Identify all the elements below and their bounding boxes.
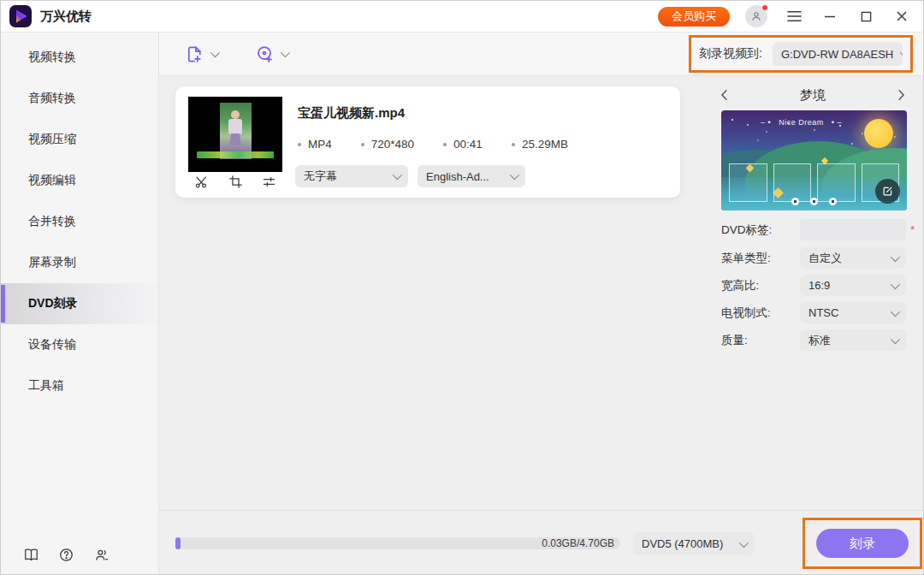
menu-type-label: 菜单类型: [721,251,800,266]
sidebar-item-label: 设备传输 [28,337,76,353]
disc-usage-text: 0.03GB/4.70GB [542,537,614,549]
close-icon[interactable] [892,7,911,26]
template-prev-icon[interactable] [717,87,732,103]
menu-type-select[interactable]: 自定义 [800,247,906,269]
chevron-down-icon [210,48,220,57]
toolbar: 刻录视频到: G:DVD-RW DA8AESH [159,33,923,76]
add-disc-button[interactable] [255,44,287,64]
add-file-button[interactable] [185,44,217,64]
membership-buy-button[interactable]: 会员购买 [658,7,730,27]
sidebar: 视频转换 音频转换 视频压缩 视频编辑 合并转换 屏幕录制 DVD刻录 设备传输… [1,33,159,575]
crop-icon[interactable] [228,175,243,189]
subtitle-select[interactable]: 无字幕 [295,165,408,187]
sidebar-item-audio-convert[interactable]: 音频转换 [1,78,158,119]
video-meta: MP4 720*480 00:41 25.29MB [298,138,568,151]
aspect-ratio-label: 宽高比: [721,278,800,293]
edit-template-button[interactable] [875,179,900,204]
title-deco: • – [832,118,842,127]
dvd-label-input[interactable] [800,219,906,240]
chapter-frames [729,163,899,202]
disc-usage-fill [175,537,181,549]
chevron-down-icon [891,306,900,316]
footer-bar: 0.03GB/4.70GB DVD5 (4700MB) 刻录 [159,510,923,575]
template-preview-title: Nice Dream [779,118,824,127]
quality-select[interactable]: 标准 [800,329,906,351]
video-filename: 宝蛋儿视频新.mp4 [298,105,405,122]
aspect-ratio-value: 16:9 [808,279,830,292]
template-title-row: – • Nice Dream • – [721,118,881,127]
burn-drive-value: G:DVD-RW DA8AESH [781,48,893,61]
sidebar-item-video-convert[interactable]: 视频转换 [1,37,158,78]
menu-icon[interactable] [785,7,803,26]
sidebar-footer [23,547,110,563]
sidebar-item-label: 音频转换 [28,91,76,106]
chapter-frame[interactable] [729,163,767,202]
chevron-down-icon [510,170,519,180]
disc-type-select[interactable]: DVD5 (4700MB) [633,532,755,555]
titlebar: 万兴优转 会员购买 [1,1,923,33]
sidebar-item-device-transfer[interactable]: 设备传输 [1,324,158,365]
video-format: MP4 [298,138,332,151]
burn-button[interactable]: 刻录 [816,529,909,558]
app-window: 万兴优转 会员购买 视频转换 音频转换 视频压缩 视频编辑 合并转换 屏幕录制 [0,0,924,575]
chapter-frame[interactable] [773,163,812,202]
app-logo-icon [9,5,32,27]
template-carousel-header: 梦境 [717,86,909,104]
effects-sliders-icon[interactable] [262,175,276,189]
dvd-menu-template-preview[interactable]: – • Nice Dream • – [721,110,907,210]
content-area: 宝蛋儿视频新.mp4 MP4 720*480 00:41 25.29MB 无字幕 [159,76,923,510]
trim-scissors-icon[interactable] [194,175,209,189]
maximize-icon[interactable] [856,7,875,26]
chevron-down-icon [891,334,900,343]
sidebar-item-dvd-burn[interactable]: DVD刻录 [1,283,158,324]
video-track-selects: 无字幕 English-Ad... [295,165,525,187]
user-avatar[interactable] [745,5,767,27]
required-asterisk: * [910,223,915,236]
chevron-down-icon [281,48,290,57]
sidebar-item-label: 视频转换 [28,50,76,65]
chevron-down-icon [739,537,749,547]
sidebar-item-merge-convert[interactable]: 合并转换 [1,201,158,242]
chevron-down-icon [900,48,903,57]
add-disc-icon [255,44,275,64]
subtitle-select-value: 无字幕 [304,169,337,184]
video-item-card: 宝蛋儿视频新.mp4 MP4 720*480 00:41 25.29MB 无字幕 [175,86,680,198]
template-name: 梦境 [800,87,826,104]
video-thumbnail[interactable] [188,97,282,172]
chevron-down-icon [891,279,900,288]
menu-nav-dot[interactable] [829,198,837,205]
tv-standard-value: NTSC [808,306,838,319]
notification-dot-icon [761,4,768,11]
sidebar-item-toolbox[interactable]: 工具箱 [1,365,158,406]
sidebar-item-screen-record[interactable]: 屏幕录制 [1,242,158,283]
audio-select-value: English-Ad... [426,170,489,183]
form-row-quality: 质量: 标准 [721,329,916,351]
template-next-icon[interactable] [893,87,909,103]
menu-nav-dot[interactable] [791,198,799,205]
sidebar-item-video-compress[interactable]: 视频压缩 [1,119,158,160]
burn-drive-select[interactable]: G:DVD-RW DA8AESH [773,42,903,66]
menu-type-value: 自定义 [808,251,842,266]
tv-standard-label: 电视制式: [721,305,800,321]
edit-pencil-icon [881,185,894,198]
menu-nav-dot[interactable] [810,198,818,205]
burn-to-label: 刻录视频到: [699,46,762,62]
sidebar-item-label: 工具箱 [28,378,64,394]
minimize-icon[interactable] [820,7,839,26]
contact-support-icon[interactable] [93,547,110,563]
help-icon[interactable] [58,547,74,563]
user-guide-book-icon[interactable] [23,547,39,563]
clip-tools [188,175,282,189]
form-row-aspect-ratio: 宽高比: 16:9 [721,275,916,296]
chapter-frame[interactable] [817,163,856,202]
dvd-label-label: DVD标签: [721,222,800,238]
tv-standard-select[interactable]: NTSC [800,302,906,323]
disc-type-value: DVD5 (4700MB) [642,537,723,550]
form-row-dvd-label: DVD标签: * [721,219,916,240]
thumbnail-subtitle [197,151,274,158]
audio-track-select[interactable]: English-Ad... [418,165,525,187]
aspect-ratio-select[interactable]: 16:9 [800,275,906,296]
play-triangle-icon [14,9,28,24]
sidebar-item-video-edit[interactable]: 视频编辑 [1,160,158,201]
video-duration: 00:41 [443,138,483,151]
